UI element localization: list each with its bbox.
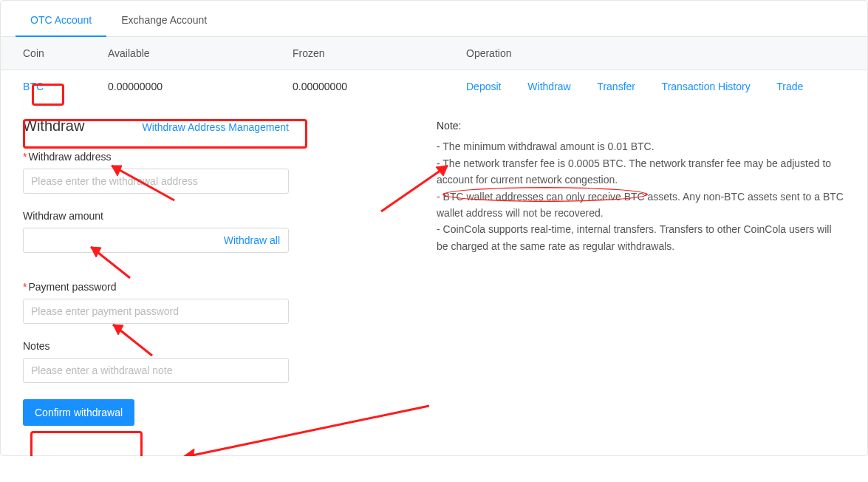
withdraw-header: Withdraw Withdraw Address Management (23, 118, 289, 138)
cell-available: 0.00000000 (108, 81, 293, 92)
withdraw-address-input[interactable] (23, 169, 289, 194)
withdraw-amount-label: Withdraw amount (23, 210, 326, 222)
payment-password-label: *Payment password (23, 281, 326, 293)
payment-password-label-text: Payment password (28, 281, 116, 293)
account-tabs: OTC Account Exchange Account (1, 1, 867, 37)
tab-exchange-account[interactable]: Exchange Account (106, 1, 222, 36)
op-transaction-history[interactable]: Transaction History (662, 81, 751, 92)
withdraw-address-label: *Withdraw address (23, 151, 326, 163)
withdraw-notes: Note: - The minimum withdrawal amount is… (437, 118, 845, 426)
header-coin: Coin (23, 47, 108, 59)
withdraw-section: Withdraw Withdraw Address Management *Wi… (1, 103, 867, 455)
op-withdraw[interactable]: Withdraw (527, 81, 570, 92)
balances-table-header: Coin Available Frozen Operation (1, 37, 867, 70)
account-container: OTC Account Exchange Account Coin Availa… (0, 0, 868, 456)
confirm-withdrawal-button[interactable]: Confirm withdrawal (23, 399, 134, 426)
cell-operations: Deposit Withdraw Transfer Transaction Hi… (466, 81, 845, 92)
coin-link-btc[interactable]: BTC (23, 81, 44, 92)
table-row: BTC 0.00000000 0.00000000 Deposit Withdr… (1, 70, 867, 103)
notes-label: Notes (23, 340, 326, 352)
header-operation: Operation (466, 47, 845, 59)
withdraw-address-label-text: Withdraw address (28, 151, 111, 163)
withdraw-address-management-link[interactable]: Withdraw Address Management (143, 121, 289, 133)
op-transfer[interactable]: Transfer (597, 81, 635, 92)
op-trade[interactable]: Trade (776, 81, 803, 92)
withdraw-all-button[interactable]: Withdraw all (215, 228, 289, 253)
withdraw-form: Withdraw Withdraw Address Management *Wi… (23, 118, 326, 426)
op-deposit[interactable]: Deposit (466, 81, 501, 92)
header-available: Available (108, 47, 293, 59)
cell-frozen: 0.00000000 (293, 81, 466, 92)
withdraw-title: Withdraw (23, 118, 84, 135)
tab-otc-account[interactable]: OTC Account (16, 1, 106, 36)
notes-input[interactable] (23, 358, 289, 383)
note-line-internal-transfer: - CoinCola supports real-time, internal … (437, 221, 845, 254)
note-line-btc-only: - BTC wallet addresses can only receive … (437, 189, 845, 222)
note-line-min-amount: - The minimum withdrawal amount is 0.01 … (437, 138, 845, 155)
header-frozen: Frozen (293, 47, 466, 59)
note-line-network-fee: - The network transfer fee is 0.0005 BTC… (437, 155, 845, 189)
payment-password-input[interactable] (23, 299, 289, 324)
note-title: Note: (437, 118, 845, 134)
